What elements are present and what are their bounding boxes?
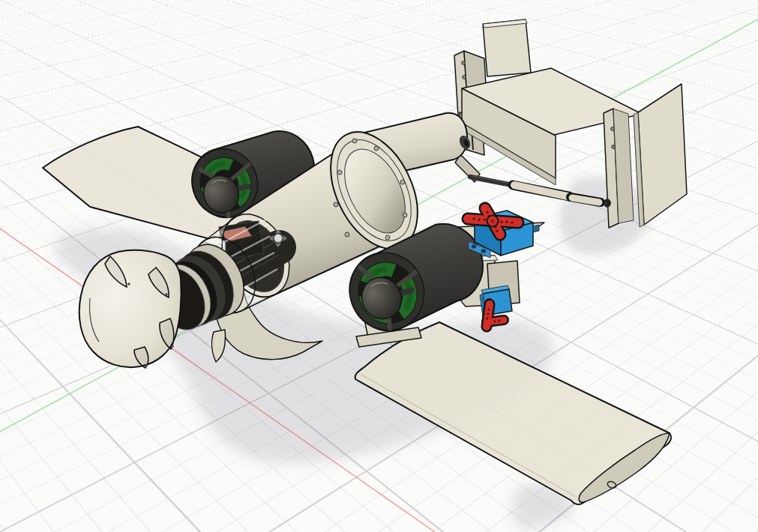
model-canvas <box>0 0 758 532</box>
servo-rear[interactable] <box>480 285 512 327</box>
servo-front[interactable] <box>468 208 539 258</box>
nose-cone[interactable] <box>79 250 181 368</box>
cad-viewport[interactable] <box>0 0 758 532</box>
